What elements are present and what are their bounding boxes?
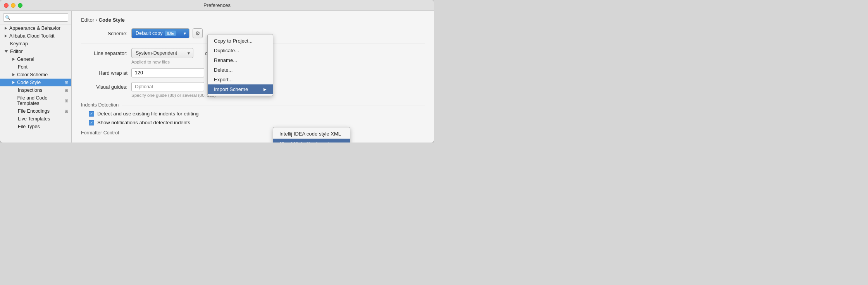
copy-badge: ⊞ [65, 80, 68, 85]
sidebar-item-label: Keymap [10, 41, 28, 46]
sidebar-item-label: Inspections [18, 88, 42, 93]
copy-to-project-label: Copy to Project... [214, 38, 253, 44]
dropdown-arrow-icon: ▼ [183, 31, 187, 36]
import-scheme-submenu: Intellij IDEA code style XML CheckStyle … [273, 127, 350, 142]
formatter-label: Formatter Control [81, 130, 119, 136]
show-notifications-label: Show notifications about detected indent… [97, 120, 190, 125]
triangle-icon [12, 58, 15, 61]
maximize-button[interactable] [18, 3, 22, 8]
sidebar-item-label: File and Code Templates [17, 95, 63, 106]
search-input[interactable] [3, 13, 68, 22]
applied-hint: Applied to new files [131, 60, 425, 64]
header-line [122, 105, 425, 105]
sidebar-item-label: Editor [10, 49, 23, 54]
search-bar: 🔍 [0, 11, 71, 24]
sidebar-item-label: Alibaba Cloud Toolkit [9, 33, 55, 39]
visual-guides-label: Visual guides: [81, 84, 127, 90]
detect-indents-checkbox[interactable]: ✓ [89, 111, 94, 117]
breadcrumb-separator: › [96, 17, 99, 23]
sidebar-item-color-scheme[interactable]: Color Scheme [0, 71, 71, 79]
sidebar-item-label: Code Style [17, 80, 41, 85]
sidebar-item-file-types[interactable]: File Types [0, 123, 71, 130]
triangle-icon [5, 50, 8, 53]
breadcrumb-current: Code Style [99, 17, 125, 23]
search-wrap: 🔍 [3, 13, 68, 22]
traffic-lights [4, 3, 22, 8]
sidebar-item-live-templates[interactable]: Live Templates [0, 115, 71, 123]
indents-label: Indents Detection [81, 102, 119, 108]
hard-wrap-label: Hard wrap at [81, 70, 127, 76]
triangle-icon [12, 81, 15, 84]
preferences-window: Preferences 🔍 Appearance & Behavior Alib… [0, 0, 434, 142]
line-separator-dropdown[interactable]: System-Dependent ▼ [131, 48, 193, 58]
export-label: Export... [214, 77, 232, 82]
copy-badge: ⊞ [65, 88, 68, 93]
import-scheme-item[interactable]: Import Scheme ▶ Intellij IDEA code style… [208, 84, 273, 94]
sidebar-item-label: Live Templates [18, 116, 50, 122]
sidebar-item-keymap[interactable]: Keymap [0, 40, 71, 48]
main-content: 🔍 Appearance & Behavior Alibaba Cloud To… [0, 11, 434, 142]
sidebar-item-editor[interactable]: Editor [0, 48, 71, 55]
triangle-icon [12, 73, 15, 76]
minimize-button[interactable] [11, 3, 16, 8]
submenu-arrow-icon: ▶ [264, 87, 267, 91]
duplicate-label: Duplicate... [214, 48, 239, 53]
sidebar: 🔍 Appearance & Behavior Alibaba Cloud To… [0, 11, 72, 142]
line-separator-label: Line separator: [81, 50, 127, 56]
sidebar-item-file-code-templates[interactable]: File and Code Templates ⊞ [0, 94, 71, 107]
import-scheme-label: Import Scheme [214, 86, 248, 92]
show-notifications-row: ✓ Show notifications about detected inde… [89, 120, 425, 125]
gear-button[interactable]: ⚙ [193, 28, 203, 38]
close-button[interactable] [4, 3, 9, 8]
line-separator-value: System-Dependent [136, 50, 177, 56]
gear-dropdown-menu: Copy to Project... Duplicate... Rename..… [207, 34, 273, 96]
visual-guides-input[interactable] [131, 82, 204, 91]
show-notifications-checkbox[interactable]: ✓ [89, 120, 94, 125]
checkstyle-item[interactable]: CheckStyle Configuration [273, 139, 350, 142]
sidebar-item-label: General [17, 57, 34, 62]
intellij-xml-item[interactable]: Intellij IDEA code style XML [273, 129, 350, 139]
formatter-section: Formatter Control [81, 130, 425, 136]
scheme-value: Default copy [136, 31, 162, 36]
titlebar: Preferences [0, 0, 434, 11]
export-item[interactable]: Export... [208, 75, 273, 84]
sidebar-item-label: Font [18, 64, 28, 70]
indents-detection-header: Indents Detection [81, 102, 425, 108]
window-title: Preferences [203, 2, 231, 8]
sidebar-item-label: File Types [18, 124, 40, 129]
search-icon: 🔍 [5, 15, 10, 20]
copy-to-project-item[interactable]: Copy to Project... [208, 36, 273, 46]
breadcrumb-parent: Editor [81, 17, 94, 23]
scheme-dropdown[interactable]: Default copy IDE ▼ [131, 28, 189, 38]
formatter-header: Formatter Control [81, 130, 425, 136]
breadcrumb: Editor › Code Style [81, 17, 425, 23]
sidebar-item-general[interactable]: General [0, 55, 71, 63]
sidebar-item-file-encodings[interactable]: File Encodings ⊞ [0, 107, 71, 115]
delete-label: Delete... [214, 67, 232, 73]
sidebar-item-appearance-behavior[interactable]: Appearance & Behavior [0, 24, 71, 32]
duplicate-item[interactable]: Duplicate... [208, 46, 273, 55]
copy-badge: ⊞ [65, 109, 68, 114]
rename-item[interactable]: Rename... [208, 55, 273, 65]
sidebar-item-inspections[interactable]: Inspections ⊞ [0, 86, 71, 94]
sidebar-item-font[interactable]: Font [0, 63, 71, 71]
detect-indents-label: Detect and use existing file indents for… [97, 111, 199, 117]
hard-wrap-input[interactable] [131, 68, 204, 77]
visual-guides-hint: Specify one guide (80) or several (80, 1… [131, 93, 425, 98]
sidebar-item-label: File Encodings [18, 108, 50, 114]
triangle-icon [5, 27, 7, 30]
triangle-icon [5, 34, 7, 38]
sidebar-item-label: Appearance & Behavior [9, 26, 60, 31]
content-area: Editor › Code Style Scheme: Default copy… [72, 11, 434, 142]
detect-indents-row: ✓ Detect and use existing file indents f… [89, 111, 425, 117]
scheme-tag: IDE [165, 31, 176, 36]
scheme-label: Scheme: [81, 31, 127, 36]
delete-item[interactable]: Delete... [208, 65, 273, 75]
dropdown-arrow-icon: ▼ [187, 51, 191, 55]
sidebar-item-label: Color Scheme [17, 72, 48, 77]
scheme-select-group: Default copy IDE ▼ ⚙ [131, 28, 203, 38]
sidebar-item-alibaba[interactable]: Alibaba Cloud Toolkit [0, 32, 71, 40]
dropdown-overlay: Copy to Project... Duplicate... Rename..… [207, 34, 273, 96]
rename-label: Rename... [214, 57, 237, 63]
sidebar-item-code-style[interactable]: Code Style ⊞ [0, 79, 71, 86]
